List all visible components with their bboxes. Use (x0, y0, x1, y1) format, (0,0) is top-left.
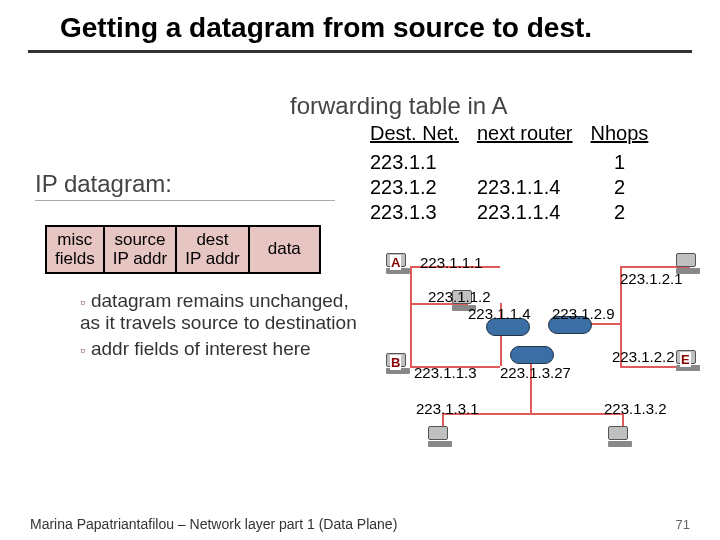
ip-label: 223.1.3.27 (500, 364, 571, 381)
datagram-fields: miscfields sourceIP addr destIP addr dat… (45, 225, 321, 274)
network-diagram: A B E 223.1.1.1 223.1.1.2 223.1.1.3 223.… (380, 248, 700, 468)
col-next: next router (469, 122, 581, 149)
ip-label: 223.1.1.3 (414, 364, 477, 381)
host-a-icon: A (386, 253, 412, 275)
cell: 223.1.2 (362, 176, 467, 199)
bullet-item: datagram remains unchanged, as it travel… (80, 290, 370, 334)
host-e-icon: E (676, 350, 702, 372)
bullet-list: datagram remains unchanged, as it travel… (80, 290, 370, 364)
dgram-dst: destIP addr (177, 227, 250, 272)
host-b-icon: B (386, 353, 412, 375)
page-number: 71 (676, 517, 690, 532)
cell (469, 151, 581, 174)
dgram-data: data (250, 227, 319, 272)
ip-label: 223.1.1.1 (420, 254, 483, 271)
col-dest: Dest. Net. (362, 122, 467, 149)
divider (35, 200, 335, 201)
ip-label: 223.1.3.1 (416, 400, 479, 417)
host-icon (428, 426, 454, 448)
title-underline (28, 50, 692, 53)
col-hops: Nhops (583, 122, 657, 149)
dgram-misc: miscfields (47, 227, 105, 272)
cell: 223.1.3 (362, 201, 467, 224)
cell: 223.1.1.4 (469, 176, 581, 199)
forwarding-table: Dest. Net. next router Nhops 223.1.1 1 2… (360, 120, 658, 226)
ip-label: 223.1.1.2 (428, 288, 491, 305)
ip-label: 223.1.3.2 (604, 400, 667, 417)
footer-text: Marina Papatriantafilou – Network layer … (30, 516, 397, 532)
ip-label: 223.1.1.4 (468, 305, 531, 322)
ip-label: 223.1.2.2 (612, 348, 675, 365)
cell: 223.1.1.4 (469, 201, 581, 224)
host-icon (608, 426, 634, 448)
cell: 2 (583, 201, 657, 224)
ip-label: 223.1.2.9 (552, 305, 615, 322)
dgram-src: sourceIP addr (105, 227, 178, 272)
bullet-item: addr fields of interest here (80, 338, 370, 360)
cell: 2 (583, 176, 657, 199)
ip-datagram-label: IP datagram: (35, 170, 172, 198)
subtitle: forwarding table in A (290, 92, 507, 120)
ip-label: 223.1.2.1 (620, 270, 683, 287)
cell: 1 (583, 151, 657, 174)
router-icon (510, 346, 554, 364)
cell: 223.1.1 (362, 151, 467, 174)
page-title: Getting a datagram from source to dest. (0, 0, 720, 50)
